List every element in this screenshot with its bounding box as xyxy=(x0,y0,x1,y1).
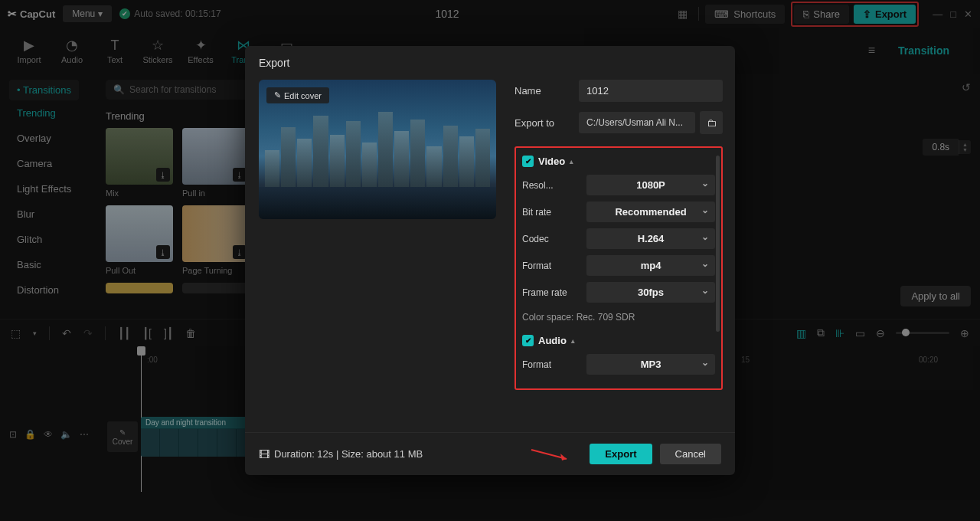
video-section-head[interactable]: ✔ Video ▴ xyxy=(522,156,715,167)
video-audio-highlight: ✔ Video ▴ Resol...1080P Bit rateRecommen… xyxy=(514,146,723,390)
tool-text[interactable]: TText xyxy=(93,38,136,64)
clip-label: Day and night transition xyxy=(141,417,256,428)
lock-icon[interactable]: 🔒 xyxy=(24,429,36,440)
chevron-down-icon: ▾ xyxy=(98,8,103,19)
zoom-in-icon[interactable]: ⊕ xyxy=(960,327,969,339)
exportto-path[interactable]: C:/Users/Usman Ali N... xyxy=(579,112,695,133)
sidebar-item-overlay[interactable]: Overlay xyxy=(9,126,98,151)
eye-icon[interactable]: 👁 xyxy=(44,429,53,440)
download-icon[interactable]: ⭳ xyxy=(156,245,170,259)
audio-section-head[interactable]: ✔ Audio ▴ xyxy=(522,335,715,346)
thumb-pullout[interactable]: ⭳Pull Out xyxy=(106,205,173,275)
sidebar-top-tab[interactable]: • Transitions xyxy=(9,80,79,100)
format-label: Format xyxy=(522,260,579,271)
maximize-button[interactable]: □ xyxy=(950,8,956,20)
browse-folder-button[interactable]: 🗀 xyxy=(700,111,723,134)
search-icon: 🔍 xyxy=(113,84,125,95)
tool-audio[interactable]: ◔Audio xyxy=(51,37,93,64)
export-top-button[interactable]: ⇪Export xyxy=(854,5,916,24)
shortcuts-button[interactable]: ⌨Shortcuts xyxy=(705,5,785,24)
split-tool[interactable]: ┃┃ xyxy=(118,327,130,339)
export-button[interactable]: Export xyxy=(590,444,652,464)
sidebar-item-distortion[interactable]: Distortion xyxy=(9,277,98,303)
sidebar-item-camera[interactable]: Camera xyxy=(9,151,98,176)
share-button[interactable]: ⎘Share xyxy=(794,5,849,24)
tl-icon-1[interactable]: ▥ xyxy=(796,327,806,339)
transition-panel-tab[interactable]: Transition xyxy=(898,44,949,57)
split-right[interactable]: ]┃ xyxy=(164,327,173,339)
project-title: 1012 xyxy=(229,8,666,20)
thumb-pageturn[interactable]: ⭳Page Turning xyxy=(182,205,250,275)
minimize-button[interactable]: — xyxy=(933,8,942,20)
scrollbar[interactable] xyxy=(716,156,720,332)
speaker-icon[interactable]: 🔈 xyxy=(60,429,72,440)
reset-icon[interactable]: ↺ xyxy=(962,81,971,93)
zoom-out-icon[interactable]: ⊖ xyxy=(876,327,885,339)
delete-tool[interactable]: 🗑 xyxy=(185,327,196,339)
sidebar-item-blur[interactable]: Blur xyxy=(9,202,98,227)
codec-label: Codec xyxy=(522,234,579,244)
download-icon[interactable]: ⭳ xyxy=(156,168,170,182)
pencil-icon: ✎ xyxy=(119,428,126,437)
app-name: CapCut xyxy=(20,8,55,20)
cover-preview: ✎Edit cover xyxy=(259,80,496,219)
sidebar-item-basic[interactable]: Basic xyxy=(9,252,98,277)
pencil-icon: ✎ xyxy=(274,90,281,100)
menu-button[interactable]: Menu▾ xyxy=(63,5,112,22)
thumb-extra1[interactable] xyxy=(106,283,173,293)
undo-button[interactable]: ↶ xyxy=(62,327,71,339)
sidebar-item-light[interactable]: Light Effects xyxy=(9,176,98,202)
split-left[interactable]: ┃[ xyxy=(142,327,152,339)
tl-icon-2[interactable]: ▭ xyxy=(855,327,865,339)
colorspace-info: Color space: Rec. 709 SDR xyxy=(519,309,715,324)
share-icon: ⎘ xyxy=(803,8,809,20)
thumb-extra2[interactable] xyxy=(182,283,250,293)
close-button[interactable]: ✕ xyxy=(964,8,972,20)
autosave-status: ✔ Auto saved: 00:15:17 xyxy=(119,8,220,19)
audio-icon: ◔ xyxy=(66,37,78,54)
layout-icon[interactable]: ▦ xyxy=(673,5,692,23)
player-menu-icon[interactable]: ≡ xyxy=(868,44,875,57)
video-checkbox[interactable]: ✔ xyxy=(522,156,534,167)
name-input[interactable] xyxy=(579,80,723,102)
logo-icon: ✂ xyxy=(8,8,17,20)
codec-select[interactable]: H.264 xyxy=(586,228,715,249)
thumb-pullin[interactable]: ⭳Pull in xyxy=(182,128,250,198)
link-icon[interactable]: ⧉ xyxy=(817,326,825,339)
audio-checkbox[interactable]: ✔ xyxy=(522,335,534,346)
sidebar-item-glitch[interactable]: Glitch xyxy=(9,227,98,252)
format-select[interactable]: mp4 xyxy=(586,255,715,276)
apply-all-button[interactable]: Apply to all xyxy=(900,286,971,306)
thumb-mix[interactable]: ⭳Mix xyxy=(106,128,173,198)
duration-value[interactable]: 0.8s xyxy=(923,139,959,156)
tl-toggle-1[interactable]: ⊡ xyxy=(9,429,17,440)
cover-button[interactable]: ✎Cover xyxy=(107,421,138,452)
search-placeholder: Search for transitions xyxy=(129,84,216,95)
resolution-select[interactable]: 1080P xyxy=(586,175,715,195)
magnet-icon[interactable]: ⊪ xyxy=(835,327,844,339)
tool-stickers[interactable]: ☆Stickers xyxy=(136,37,179,64)
bitrate-select[interactable]: Recommended xyxy=(586,202,715,222)
keyboard-icon: ⌨ xyxy=(714,8,729,20)
zoom-slider[interactable] xyxy=(896,332,949,334)
export-icon: ⇪ xyxy=(863,8,871,20)
caret-up-icon: ▴ xyxy=(571,337,575,345)
more-icon[interactable]: ⋯ xyxy=(80,429,89,440)
tool-import[interactable]: ▶Import xyxy=(8,37,51,64)
duration-stepper[interactable]: ▲▼ xyxy=(959,140,971,154)
film-icon: 🎞 xyxy=(259,448,270,460)
redo-button[interactable]: ↷ xyxy=(83,327,93,339)
text-icon: T xyxy=(111,38,119,54)
edit-cover-button[interactable]: ✎Edit cover xyxy=(266,87,329,103)
framerate-select[interactable]: 30fps xyxy=(586,282,715,303)
video-clip[interactable]: Day and night transition xyxy=(141,417,256,457)
check-icon: ✔ xyxy=(119,8,130,19)
pointer-tool[interactable]: ⬚ xyxy=(11,327,21,339)
cancel-button[interactable]: Cancel xyxy=(660,444,721,464)
tool-effects[interactable]: ✦Effects xyxy=(179,37,222,64)
import-icon: ▶ xyxy=(24,37,34,54)
audio-format-select[interactable]: MP3 xyxy=(586,354,715,375)
caret-up-icon: ▴ xyxy=(570,158,573,165)
framerate-label: Frame rate xyxy=(522,287,579,298)
sidebar-item-trending[interactable]: Trending xyxy=(9,100,98,126)
